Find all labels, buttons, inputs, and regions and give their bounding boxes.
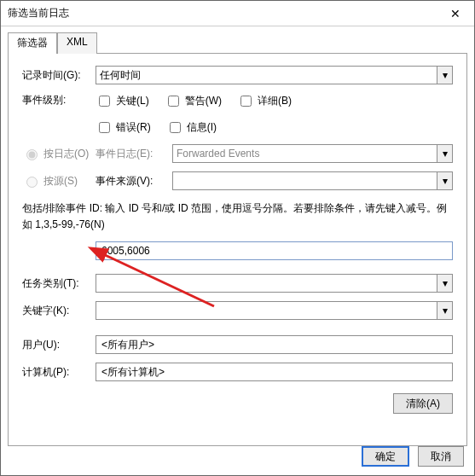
- chk-error[interactable]: 错误(R): [96, 119, 151, 136]
- chk-warning-box[interactable]: [168, 96, 179, 107]
- dialog-body: 筛选器 XML 记录时间(G): 任何时间 ▾ 事件级别: 关键(L) 警告(W…: [1, 26, 474, 475]
- tab-content: 记录时间(G): 任何时间 ▾ 事件级别: 关键(L) 警告(W) 详细(B) …: [8, 54, 467, 446]
- chk-critical[interactable]: 关键(L): [96, 93, 149, 109]
- chevron-down-icon: ▾: [443, 277, 448, 289]
- dialog-window: 筛选当前日志 ✕ 筛选器 XML 记录时间(G): 任何时间 ▾ 事件级别: 关…: [0, 0, 475, 476]
- event-log-value: Forwarded Events: [177, 148, 259, 160]
- event-source-dropdown[interactable]: ▾: [437, 171, 453, 190]
- chk-info-box[interactable]: [170, 122, 181, 133]
- titlebar: 筛选当前日志 ✕: [1, 1, 474, 26]
- chk-verbose-box[interactable]: [240, 96, 252, 107]
- chk-critical-box[interactable]: [99, 96, 110, 107]
- event-source-combo[interactable]: [172, 171, 437, 190]
- chk-warning[interactable]: 警告(W): [165, 93, 222, 109]
- task-category-label: 任务类别(T):: [22, 276, 96, 291]
- cancel-button[interactable]: 取消: [418, 446, 464, 467]
- tab-xml[interactable]: XML: [57, 32, 97, 54]
- user-field[interactable]: <所有用户>: [96, 335, 453, 354]
- event-id-input[interactable]: [96, 241, 453, 260]
- computer-field[interactable]: <所有计算机>: [96, 363, 453, 381]
- chk-verbose[interactable]: 详细(B): [237, 93, 292, 109]
- event-id-hint: 包括/排除事件 ID: 输入 ID 号和/或 ID 范围，使用逗号分隔。若要排除…: [22, 200, 453, 233]
- event-level-group: 关键(L) 警告(W) 详细(B) 错误(R) 信息(I): [96, 93, 453, 136]
- chevron-down-icon: ▾: [443, 305, 448, 316]
- chk-error-box[interactable]: [99, 122, 110, 133]
- bottom-bar: 确定 取消: [362, 446, 464, 467]
- chevron-down-icon: ▾: [443, 175, 448, 187]
- event-level-label: 事件级别:: [22, 93, 96, 107]
- tab-filter[interactable]: 筛选器: [8, 32, 57, 54]
- radio-by-log-input: [26, 149, 38, 160]
- radio-by-log: 按日志(O): [22, 147, 96, 161]
- radio-by-source: 按源(S): [22, 174, 96, 189]
- close-button[interactable]: ✕: [436, 1, 474, 26]
- user-label: 用户(U):: [22, 338, 96, 352]
- chk-info[interactable]: 信息(I): [166, 119, 217, 136]
- record-time-dropdown[interactable]: ▾: [437, 66, 453, 84]
- event-log-combo: Forwarded Events: [172, 144, 437, 163]
- radio-by-source-input: [26, 177, 38, 188]
- tabstrip: 筛选器 XML: [8, 32, 467, 54]
- task-category-combo[interactable]: [96, 274, 437, 293]
- event-log-dropdown: ▾: [437, 144, 453, 163]
- task-category-dropdown[interactable]: ▾: [437, 274, 453, 293]
- ok-button[interactable]: 确定: [362, 446, 409, 467]
- computer-label: 计算机(P):: [22, 365, 96, 380]
- keywords-combo[interactable]: [96, 301, 437, 320]
- chevron-down-icon: ▾: [443, 148, 448, 160]
- record-time-combo[interactable]: 任何时间: [96, 66, 437, 84]
- keywords-dropdown[interactable]: ▾: [437, 301, 453, 320]
- chevron-down-icon: ▾: [443, 69, 448, 81]
- clear-button[interactable]: 清除(A): [393, 393, 453, 414]
- event-source-label: 事件来源(V):: [96, 174, 172, 189]
- event-log-label: 事件日志(E):: [96, 147, 172, 161]
- record-time-label: 记录时间(G):: [22, 68, 96, 83]
- window-title: 筛选当前日志: [8, 6, 436, 20]
- keywords-label: 关键字(K):: [22, 304, 96, 318]
- record-time-value: 任何时间: [100, 68, 141, 83]
